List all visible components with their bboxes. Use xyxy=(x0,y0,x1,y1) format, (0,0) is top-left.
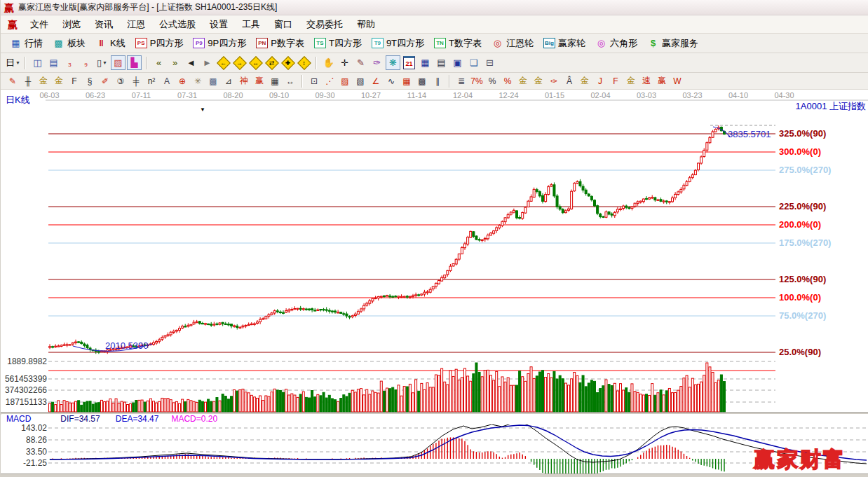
wave-tool-icon[interactable]: ∿ xyxy=(384,74,398,88)
menu-公式选股[interactable]: 公式选股 xyxy=(152,17,203,32)
period-day-selector-icon[interactable]: 日▼ xyxy=(6,55,20,70)
f-angle-line-icon[interactable]: F xyxy=(609,74,623,88)
edit-marker-icon[interactable]: ✑ xyxy=(369,55,384,70)
jump-first-icon[interactable]: « xyxy=(151,55,166,70)
calculator-icon[interactable]: ▦ xyxy=(418,55,433,70)
toolbar-t-number-table-button[interactable]: TNT数字表 xyxy=(434,37,482,50)
step-forward-icon[interactable]: ► xyxy=(200,55,215,70)
w-angle-line-icon[interactable]: W xyxy=(670,74,684,88)
gann-wheel-label: 江恩轮 xyxy=(506,37,534,50)
toolbar-winner-service-button[interactable]: $赢家服务 xyxy=(647,37,698,50)
value-list-icon[interactable]: ≣ xyxy=(454,74,468,88)
toolbar-p-number-table-button[interactable]: PNP数字表 xyxy=(256,37,304,50)
text-lines-icon[interactable]: A xyxy=(160,74,174,88)
print-icon[interactable]: ⊟ xyxy=(482,55,497,70)
menu-工具[interactable]: 工具 xyxy=(235,17,267,32)
menu-交易委托[interactable]: 交易委托 xyxy=(299,17,350,32)
fan-square-icon[interactable]: ▨ xyxy=(338,74,352,88)
grid-dense-icon[interactable]: ▩ xyxy=(415,74,429,88)
toolbar-gann-wheel-button[interactable]: ◎江恩轮 xyxy=(491,37,534,50)
circle-three-icon[interactable]: ③ xyxy=(114,74,128,88)
angle-tick-icon[interactable]: ⊿ xyxy=(222,74,236,88)
drag-hand-icon[interactable]: ✋ xyxy=(321,55,336,70)
gann-pencil-icon[interactable]: ✎ xyxy=(6,74,20,88)
grid-hatch-2-icon[interactable]: ╪ xyxy=(129,74,143,88)
spider-web-icon[interactable]: ✳ xyxy=(191,74,205,88)
fan-lines-icon[interactable]: ⋰ xyxy=(323,74,337,88)
menu-窗口[interactable]: 窗口 xyxy=(267,17,299,32)
info-doc-icon[interactable]: ▤ xyxy=(46,55,61,70)
ying-tool-icon[interactable]: 赢 xyxy=(252,74,266,88)
gold-line-icon[interactable]: 金 xyxy=(531,74,545,88)
toolbar-9t-square-button[interactable]: T99T四方形 xyxy=(372,37,424,50)
color-kline-icon[interactable]: ▙ xyxy=(127,55,142,70)
zoom-right-diamond[interactable]: → xyxy=(232,55,247,70)
spiral-tool-icon[interactable]: § xyxy=(83,74,97,88)
gold-underline-icon[interactable]: 金 xyxy=(578,74,592,88)
candle-style-selector-icon[interactable]: ▯▼ xyxy=(95,55,109,70)
menu-文件[interactable]: 文件 xyxy=(23,17,55,32)
grid-123-icon[interactable]: ▦ xyxy=(268,74,282,88)
seven-percent-icon[interactable]: 7% xyxy=(470,74,484,88)
fan-square-dark-icon[interactable]: ▧ xyxy=(353,74,367,88)
expand-all-diamond[interactable]: ✚ xyxy=(280,55,295,70)
toolbar-p-square-button[interactable]: PSP四方形 xyxy=(135,37,184,50)
calendar-icon[interactable]: 21 xyxy=(402,55,416,70)
gold-gate-a-icon[interactable]: 金 xyxy=(36,74,50,88)
x-axis-date: 04-30 xyxy=(774,91,794,99)
width-arrows-icon[interactable]: ↔ xyxy=(283,74,297,88)
ying-angle-line-icon[interactable]: 赢 xyxy=(655,74,669,88)
ink-pencil-icon[interactable]: ✑ xyxy=(547,74,561,88)
compress-horizontal-diamond[interactable]: ⇄ xyxy=(264,55,279,70)
toolbar-sectors-button[interactable]: ▩板块 xyxy=(53,37,86,50)
angle-fan-icon[interactable]: ∠ xyxy=(369,74,383,88)
grid-red-icon[interactable]: ▦ xyxy=(400,74,414,88)
notebook-icon[interactable]: ▤ xyxy=(434,55,449,70)
export-web-icon[interactable]: ❏ xyxy=(466,55,481,70)
square-corner-icon[interactable]: ⊡ xyxy=(307,74,321,88)
f-ruler-icon[interactable]: F xyxy=(67,74,81,88)
n-square-icon[interactable]: n² xyxy=(144,74,158,88)
grid-hatch-icon[interactable]: ╫ xyxy=(21,74,35,88)
bars-3-chart-icon[interactable]: ₃ xyxy=(62,55,77,70)
9p-square-label: 9P四方形 xyxy=(208,37,246,50)
menu-资讯[interactable]: 资讯 xyxy=(88,17,120,32)
text-annotate-icon[interactable]: ✎ xyxy=(353,55,368,70)
shen-grid-icon[interactable]: 神 xyxy=(237,74,251,88)
speed-angle-line-icon[interactable]: 速 xyxy=(639,74,653,88)
toolbar-winner-wheel-button[interactable]: Big赢家轮 xyxy=(543,37,585,50)
gold-angle-line-icon[interactable]: 金 xyxy=(624,74,638,88)
step-back-icon[interactable]: ◄ xyxy=(184,55,198,70)
save-icon[interactable]: ▣ xyxy=(450,55,465,70)
toolbar-hexagon-button[interactable]: ◎六角形 xyxy=(595,37,637,50)
gold-gate-b-icon[interactable]: 金 xyxy=(52,74,66,88)
chart-window-icon[interactable]: ◫ xyxy=(30,55,45,70)
circle-cross-icon[interactable]: ⊕ xyxy=(175,74,189,88)
parallel-lines-icon[interactable]: ∥ xyxy=(430,74,445,88)
menu-浏览[interactable]: 浏览 xyxy=(55,17,88,32)
menu-江恩[interactable]: 江恩 xyxy=(120,17,152,32)
jump-last-icon[interactable]: » xyxy=(168,55,182,70)
toolbar-kline-button[interactable]: ‖K线 xyxy=(95,37,126,50)
compass-pencil-icon[interactable]: ✐ xyxy=(98,74,112,88)
toolbar-t-square-button[interactable]: TST四方形 xyxy=(314,37,362,50)
compress-vertical-diamond[interactable]: ↕ xyxy=(297,55,311,70)
x-axis-date: 06-03 xyxy=(39,91,59,99)
web-square-icon[interactable]: ▩ xyxy=(206,74,220,88)
percent-icon[interactable]: % xyxy=(485,74,499,88)
percent-line-icon[interactable]: % xyxy=(501,74,515,88)
bars-9-chart-icon[interactable]: ₉ xyxy=(79,55,93,70)
a-wave-icon[interactable]: Â xyxy=(562,74,576,88)
j-angle-line-icon[interactable]: J xyxy=(593,74,607,88)
compress-vertical-diamond-arrow: ↕ xyxy=(297,55,311,70)
toolbar-9p-square-button[interactable]: P99P四方形 xyxy=(193,37,246,50)
menu-设置[interactable]: 设置 xyxy=(203,17,235,32)
gold-coin-icon[interactable]: 金 xyxy=(516,74,530,88)
crosshair-icon[interactable]: ✛ xyxy=(337,55,352,70)
smart-analyse-icon[interactable]: ❋ xyxy=(386,55,400,70)
zoom-left-diamond[interactable]: ← xyxy=(216,55,231,70)
pattern-box-icon[interactable]: ▨ xyxy=(111,55,126,70)
toolbar-quotes-button[interactable]: ▦行情 xyxy=(10,37,43,50)
expand-horizontal-diamond[interactable]: ↔ xyxy=(248,55,263,70)
menu-帮助[interactable]: 帮助 xyxy=(350,17,382,32)
